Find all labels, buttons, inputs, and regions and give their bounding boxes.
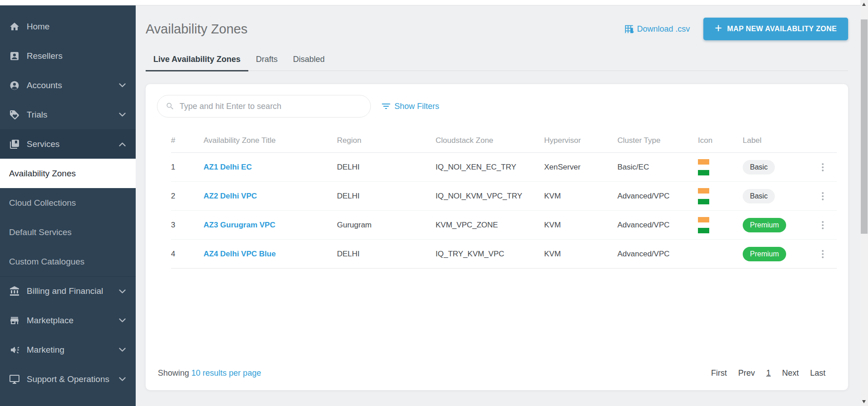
cell-cloudstack-zone: IQ_TRY_KVM_VPC [436, 250, 544, 259]
row-actions-menu-icon[interactable] [819, 248, 827, 260]
zone-title-link[interactable]: AZ1 Delhi EC [204, 163, 252, 171]
sidebar-subitem-label: Availability Zones [9, 169, 76, 179]
zone-title-link[interactable]: AZ3 Gurugram VPC [204, 221, 275, 229]
pagination-last[interactable]: Last [810, 368, 825, 378]
search-icon [166, 102, 175, 111]
sidebar-item-support-operations[interactable]: Support & Operations [0, 364, 136, 394]
table-header-row: # Availability Zone Title Region Cloudst… [171, 128, 837, 153]
cell-cluster-type: Advanced/VPC [617, 192, 698, 201]
col-header-region: Region [337, 136, 436, 145]
sidebar-item-trials[interactable]: Trials [0, 100, 136, 129]
results-per-page-link[interactable]: 10 results per page [191, 368, 261, 378]
plus-icon: + [715, 22, 722, 34]
sidebar-item-accounts[interactable]: Accounts [0, 71, 136, 100]
col-header-icon: Icon [698, 136, 743, 145]
csv-grid-download-icon [624, 24, 635, 34]
cell-hypervisor: KVM [544, 250, 617, 259]
main-content: Availability Zones Download .csv + MAP N… [136, 5, 860, 406]
sidebar-item-label: Support & Operations [27, 374, 109, 384]
pagination-page-1[interactable]: 1 [766, 368, 771, 378]
row-actions-menu-icon[interactable] [819, 161, 827, 173]
chevron-down-icon [119, 377, 126, 381]
sidebar: Home Resellers Accounts Trials [0, 5, 136, 406]
map-new-availability-zone-button[interactable]: + MAP NEW AVAILABLITY ZONE [703, 18, 848, 40]
cell-hypervisor: KVM [544, 221, 617, 230]
map-new-button-label: MAP NEW AVAILABLITY ZONE [727, 25, 837, 33]
cell-hypervisor: XenServer [544, 163, 617, 172]
accounts-icon [8, 80, 20, 91]
app-window: Home Resellers Accounts Trials [0, 5, 860, 406]
store-icon [8, 315, 20, 326]
show-filters-link[interactable]: Show Filters [382, 102, 439, 111]
scrollbar-down-arrow-icon[interactable] [862, 400, 866, 403]
tab-live-availability-zones[interactable]: Live Availability Zones [146, 48, 248, 71]
page-header: Availability Zones Download .csv + MAP N… [146, 17, 848, 41]
page-title: Availability Zones [146, 22, 247, 37]
sidebar-item-label: Resellers [27, 51, 62, 61]
row-actions-menu-icon[interactable] [819, 219, 827, 231]
cell-cluster-type: Advanced/VPC [617, 250, 698, 259]
table-row: 4 AZ4 Delhi VPC Blue DELHI IQ_TRY_KVM_VP… [171, 240, 837, 269]
sidebar-item-label: Trials [27, 110, 47, 120]
cell-hypervisor: KVM [544, 192, 617, 201]
label-badge: Basic [743, 189, 775, 203]
row-actions-menu-icon[interactable] [819, 190, 827, 202]
scrollbar-up-arrow-icon[interactable] [862, 3, 866, 6]
cell-num: 2 [171, 192, 204, 201]
sidebar-item-availability-zones[interactable]: Availability Zones [0, 159, 136, 188]
sidebar-item-label: Marketplace [27, 316, 74, 326]
cell-num: 1 [171, 163, 204, 172]
pagination-first[interactable]: First [711, 368, 727, 378]
sidebar-item-services[interactable]: Services [0, 129, 136, 159]
chevron-up-icon [119, 142, 126, 146]
toolbar: Show Filters [157, 95, 837, 118]
cell-cloudstack-zone: KVM_VPC_ZONE [436, 221, 544, 230]
sidebar-item-custom-catalogues[interactable]: Custom Catalogues [0, 247, 136, 276]
india-flag-icon [698, 188, 709, 204]
search-box [157, 95, 371, 118]
chevron-down-icon [119, 83, 126, 87]
col-header-cloudstack-zone: Cloudstack Zone [436, 136, 544, 145]
sidebar-item-billing-and-financial[interactable]: Billing and Financial [0, 276, 136, 306]
sidebar-item-cloud-collections[interactable]: Cloud Collections [0, 188, 136, 217]
col-header-label: Label [743, 136, 819, 145]
sidebar-subitem-label: Custom Catalogues [9, 257, 85, 267]
availability-zones-table: # Availability Zone Title Region Cloudst… [157, 128, 837, 269]
sidebar-item-home[interactable]: Home [0, 12, 136, 41]
trials-icon [8, 109, 20, 120]
sidebar-subitem-label: Cloud Collections [9, 198, 76, 208]
chevron-down-icon [119, 113, 126, 117]
showing-label: Showing [158, 368, 189, 378]
sidebar-item-marketplace[interactable]: Marketplace [0, 306, 136, 335]
cell-cluster-type: Advanced/VPC [617, 221, 698, 230]
home-icon [8, 21, 20, 32]
content-card: Show Filters # Availability Zone Title R… [146, 84, 848, 390]
bank-icon [8, 286, 20, 297]
sidebar-item-default-services[interactable]: Default Services [0, 217, 136, 247]
search-input[interactable] [180, 102, 362, 111]
tab-disabled[interactable]: Disabled [285, 48, 332, 71]
cell-region: DELHI [337, 250, 436, 259]
zone-title-link[interactable]: AZ4 Delhi VPC Blue [204, 250, 276, 258]
sidebar-item-label: Marketing [27, 345, 64, 355]
pagination-prev[interactable]: Prev [738, 368, 755, 378]
download-csv-link[interactable]: Download .csv [624, 24, 690, 34]
pagination-next[interactable]: Next [782, 368, 799, 378]
filter-icon [382, 103, 390, 109]
col-header-cluster-type: Cluster Type [617, 136, 698, 145]
tab-drafts[interactable]: Drafts [248, 48, 285, 71]
cell-region: DELHI [337, 163, 436, 172]
col-header-num: # [171, 136, 204, 145]
label-badge: Basic [743, 160, 775, 175]
sidebar-item-label: Accounts [27, 80, 62, 90]
vertical-scrollbar [860, 0, 868, 406]
resellers-icon [8, 50, 20, 61]
zone-title-link[interactable]: AZ2 Delhi VPC [204, 192, 257, 200]
sidebar-item-resellers[interactable]: Resellers [0, 41, 136, 71]
scrollbar-thumb[interactable] [861, 19, 868, 234]
cell-cloudstack-zone: IQ_NOI_KVM_VPC_TRY [436, 192, 544, 201]
sidebar-subitem-label: Default Services [9, 227, 71, 237]
sidebar-item-marketing[interactable]: Marketing [0, 335, 136, 364]
col-header-hypervisor: Hypervisor [544, 136, 617, 145]
cell-cloudstack-zone: IQ_NOI_XEN_EC_TRY [436, 163, 544, 172]
